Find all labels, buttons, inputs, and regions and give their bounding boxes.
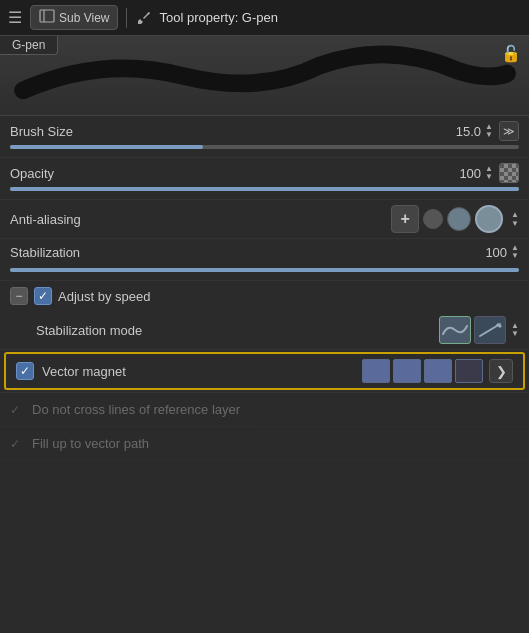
- stab-mode-spinner[interactable]: ▲ ▼: [511, 322, 519, 338]
- stabilization-fill: [10, 268, 519, 272]
- adjust-collapse-button[interactable]: −: [10, 287, 28, 305]
- properties-panel: Brush Size 15.0 ▲ ▼ ≫ Opacity 100 ▲ ▼: [0, 116, 529, 461]
- anti-aliasing-row: Anti-aliasing + ▲ ▼: [0, 200, 529, 239]
- brush-size-value: 15.0: [449, 124, 481, 139]
- adjust-checkbox[interactable]: ✓: [34, 287, 52, 305]
- stab-pen-icon: [476, 320, 504, 340]
- title-bar: ☰ Sub View Tool property: G-pen: [0, 0, 529, 36]
- stabilization-controls: 100 ▲ ▼: [475, 244, 519, 260]
- opacity-slider[interactable]: [10, 187, 519, 191]
- stabilization-mode-label: Stabilization mode: [36, 323, 439, 338]
- no-cross-label: Do not cross lines of reference layer: [32, 402, 240, 417]
- opacity-value: 100: [449, 166, 481, 181]
- subview-icon: [39, 9, 55, 26]
- aa-btn-sm[interactable]: [423, 209, 443, 229]
- tool-icon: [135, 9, 153, 27]
- tool-property-title: Tool property: G-pen: [135, 9, 278, 27]
- svg-marker-3: [496, 323, 502, 328]
- vector-checkmark: ✓: [20, 364, 30, 378]
- adjust-by-speed-section: − ✓ Adjust by speed Stabilization mode: [0, 281, 529, 393]
- adjust-checkmark: ✓: [38, 290, 48, 302]
- fill-vector-path-row: ✓ Fill up to vector path: [0, 427, 529, 461]
- adjust-label: Adjust by speed: [58, 289, 151, 304]
- opacity-row: Opacity 100 ▲ ▼: [0, 158, 529, 200]
- brush-stroke-svg: [0, 36, 529, 115]
- aa-btn-md[interactable]: [447, 207, 471, 231]
- fill-vector-check: ✓: [10, 437, 24, 451]
- vector-sq-3[interactable]: [424, 359, 452, 383]
- stab-mode-pen[interactable]: [474, 316, 506, 344]
- brush-size-fill: [10, 145, 203, 149]
- lock-icon[interactable]: 🔓: [501, 44, 521, 63]
- stabilization-slider[interactable]: [10, 268, 519, 272]
- vector-magnet-checkbox[interactable]: ✓: [16, 362, 34, 380]
- stabilization-label: Stabilization: [10, 245, 475, 260]
- fill-vector-label: Fill up to vector path: [32, 436, 149, 451]
- vector-sq-1[interactable]: [362, 359, 390, 383]
- aa-spinner[interactable]: ▲ ▼: [511, 210, 519, 228]
- vector-sq-4[interactable]: [455, 359, 483, 383]
- menu-icon[interactable]: ☰: [8, 8, 22, 27]
- opacity-spinner[interactable]: ▲ ▼: [485, 165, 493, 181]
- stabilization-spinner[interactable]: ▲ ▼: [511, 244, 519, 260]
- stabilization-row: Stabilization 100 ▲ ▼: [0, 239, 529, 281]
- stab-mode-squiggle[interactable]: [439, 316, 471, 344]
- subview-label: Sub View: [59, 11, 109, 25]
- opacity-fill: [10, 187, 519, 191]
- svg-point-2: [148, 12, 150, 14]
- aa-btn-lg[interactable]: [475, 205, 503, 233]
- brush-size-spinner[interactable]: ▲ ▼: [485, 123, 493, 139]
- brush-size-row: Brush Size 15.0 ▲ ▼ ≫: [0, 116, 529, 158]
- aa-btn-plus[interactable]: +: [391, 205, 419, 233]
- brush-size-label: Brush Size: [10, 124, 449, 139]
- opacity-controls: 100 ▲ ▼: [449, 163, 519, 183]
- stabilization-value: 100: [475, 245, 507, 260]
- opacity-label: Opacity: [10, 166, 449, 181]
- anti-aliasing-options: + ▲ ▼: [391, 205, 519, 233]
- vector-sq-2[interactable]: [393, 359, 421, 383]
- opacity-checker-icon[interactable]: [499, 163, 519, 183]
- subview-button[interactable]: Sub View: [30, 5, 118, 30]
- anti-aliasing-label: Anti-aliasing: [10, 212, 391, 227]
- no-cross-check: ✓: [10, 403, 24, 417]
- stab-squiggle-icon: [441, 320, 469, 340]
- vector-expand-button[interactable]: ❯: [489, 359, 513, 383]
- stabilization-mode-options: ▲ ▼: [439, 316, 519, 344]
- svg-rect-0: [40, 10, 54, 22]
- brush-size-expand[interactable]: ≫: [499, 121, 519, 141]
- no-cross-reference-row: ✓ Do not cross lines of reference layer: [0, 393, 529, 427]
- title-separator: [126, 8, 127, 28]
- stabilization-mode-row: Stabilization mode ▲ ▼: [0, 311, 529, 350]
- vector-magnet-squares: [362, 359, 483, 383]
- vector-arrow-icon: ❯: [496, 364, 507, 379]
- vector-magnet-label: Vector magnet: [42, 364, 362, 379]
- collapse-icon: −: [15, 289, 22, 303]
- adjust-header: − ✓ Adjust by speed: [0, 281, 529, 311]
- brush-preview-area: G-pen 🔓: [0, 36, 529, 116]
- tool-property-label: Tool property: G-pen: [159, 10, 278, 25]
- vector-magnet-row: ✓ Vector magnet ❯: [4, 352, 525, 390]
- brush-size-controls: 15.0 ▲ ▼ ≫: [449, 121, 519, 141]
- brush-size-slider[interactable]: [10, 145, 519, 149]
